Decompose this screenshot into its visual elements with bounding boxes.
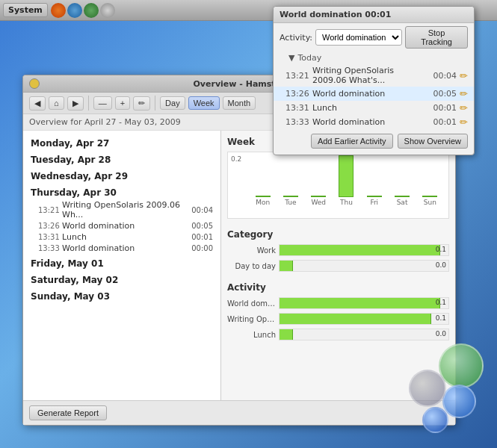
home-button[interactable]: ⌂ xyxy=(49,96,64,110)
add-button[interactable]: + xyxy=(115,96,130,110)
im-icon[interactable] xyxy=(84,3,99,18)
tracker-activity-row: Activity: World domination Stop Tracking xyxy=(274,23,474,52)
day-header: Tuesday, Apr 28 xyxy=(23,150,220,167)
hbar-track: 0.1 xyxy=(279,313,449,325)
edit-entry-icon[interactable]: ✏ xyxy=(460,116,468,128)
add-earlier-button[interactable]: Add Earlier Activity xyxy=(311,134,393,149)
hbar-val: 0.1 xyxy=(436,314,446,322)
week-bar-col: Tue xyxy=(278,155,303,206)
hbar-fill xyxy=(280,314,431,324)
hbar-val: 0.1 xyxy=(436,299,446,306)
week-chart-area: 0.2 Mon Tue Wed Thu Fri Sat Sun xyxy=(227,152,449,219)
edit-button[interactable]: ✏ xyxy=(133,96,150,111)
mail-icon[interactable] xyxy=(67,3,82,18)
activity-select[interactable]: World domination xyxy=(315,29,402,46)
week-day-label: Mon xyxy=(256,199,270,206)
day-header: Monday, Apr 27 xyxy=(23,134,220,150)
tracker-entry: 13:26 World domination 00:05 ✏ xyxy=(274,87,474,101)
home-icon: ⌂ xyxy=(54,99,59,108)
collapse-icon[interactable]: ▼ xyxy=(288,53,294,63)
day-view-button[interactable]: Day xyxy=(160,96,185,110)
entry-name: Lunch xyxy=(312,103,427,113)
today-header: ▼ Today xyxy=(274,52,474,64)
week-bar-col: Thu xyxy=(334,155,359,206)
generate-report-button[interactable]: Generate Report xyxy=(29,405,107,420)
hbar-fill xyxy=(280,245,440,255)
act-dur: 00:01 xyxy=(188,233,213,241)
hbar-row: Lunch 0.0 xyxy=(227,329,449,340)
week-y-label: 0.2 xyxy=(231,155,241,163)
act-dur: 00:00 xyxy=(188,244,213,252)
forward-button[interactable]: ▶ xyxy=(67,96,84,111)
bubble-green xyxy=(439,343,484,388)
week-view-button[interactable]: Week xyxy=(188,96,220,110)
category-chart: Category Work 0.1 Day to day 0.0 xyxy=(227,229,449,272)
edit-entry-icon[interactable]: ✏ xyxy=(460,102,468,113)
edit-icon: ✏ xyxy=(138,99,145,108)
edit-entry-icon[interactable]: ✏ xyxy=(460,88,468,99)
window-body: Monday, Apr 27Tuesday, Apr 28Wednesday, … xyxy=(23,131,455,400)
week-bar xyxy=(256,196,271,197)
week-bars: Mon Tue Wed Thu Fri Sat Sun xyxy=(250,155,442,206)
entry-time: 13:31 xyxy=(285,103,309,113)
week-bar-col: Sun xyxy=(418,155,442,206)
hbar-track: 0.0 xyxy=(279,329,449,340)
day-header: Wednesday, Apr 29 xyxy=(23,167,220,183)
hbar-label: Day to day xyxy=(227,262,276,270)
entry-time: 13:21 xyxy=(285,71,309,81)
back-button[interactable]: ◀ xyxy=(29,96,46,111)
week-day-label: Wed xyxy=(311,199,326,206)
act-dur: 00:05 xyxy=(188,222,213,230)
entry-duration: 00:01 xyxy=(430,117,457,127)
month-view-button[interactable]: Month xyxy=(223,96,256,110)
hbar-label: Work xyxy=(227,246,276,255)
left-panel-content: Monday, Apr 27Tuesday, Apr 28Wednesday, … xyxy=(23,134,220,303)
hbar-fill xyxy=(280,329,293,340)
hbar-track: 0.0 xyxy=(279,260,449,272)
remove-button[interactable]: — xyxy=(93,96,112,110)
entry-time: 13:26 xyxy=(285,89,309,99)
activity-row: 13:26 World domination 00:05 xyxy=(23,220,220,231)
week-bar-col: Mon xyxy=(250,155,275,206)
tracker-entry: 13:33 World domination 00:01 ✏ xyxy=(274,115,474,129)
left-panel: Monday, Apr 27Tuesday, Apr 28Wednesday, … xyxy=(23,131,221,400)
minimize-button[interactable] xyxy=(29,78,40,89)
hbar-track: 0.1 xyxy=(279,297,449,309)
entry-duration: 00:01 xyxy=(430,103,457,113)
system-menu[interactable]: System xyxy=(3,3,48,17)
activity-row: 13:21 Writing OpenSolaris 2009.06 Wh... … xyxy=(23,199,220,220)
tracker-popup: World domination 00:01 Activity: World d… xyxy=(273,6,475,155)
act-time: 13:26 xyxy=(38,222,62,230)
week-bar xyxy=(311,196,326,197)
entry-name: World domination xyxy=(312,117,427,127)
firefox-icon[interactable] xyxy=(51,3,66,18)
forward-icon: ▶ xyxy=(72,99,78,108)
hbar-fill xyxy=(280,298,440,308)
bubble-blue-1 xyxy=(442,385,476,418)
act-dur: 00:04 xyxy=(188,206,213,214)
entry-name: World domination xyxy=(312,89,427,99)
help-icon[interactable] xyxy=(100,3,115,18)
day-header: Thursday, Apr 30 xyxy=(23,183,220,199)
week-bar xyxy=(395,196,410,197)
edit-entry-icon[interactable]: ✏ xyxy=(460,70,468,81)
hbar-row: Writing Open... 0.1 xyxy=(227,313,449,325)
category-chart-title: Category xyxy=(227,229,449,240)
hbar-label: Writing Open... xyxy=(227,315,276,323)
act-name: World domination xyxy=(62,243,188,253)
hbar-track: 0.1 xyxy=(279,244,449,256)
week-bar xyxy=(283,196,298,197)
tracker-entry: 13:21 Writing OpenSolaris 2009.06 What's… xyxy=(274,64,474,87)
day-header: Friday, May 01 xyxy=(23,254,220,270)
tracker-footer: Add Earlier Activity Show Overview xyxy=(274,129,474,149)
show-overview-button[interactable]: Show Overview xyxy=(398,134,468,149)
right-panel: Week 0.2 Mon Tue Wed Thu Fri Sat Sun Cat… xyxy=(221,131,455,400)
bubble-gray xyxy=(409,370,446,407)
week-bar xyxy=(422,196,437,197)
activity-chart-title: Activity xyxy=(227,282,449,293)
hbar-val: 0.1 xyxy=(436,246,446,253)
stop-tracking-button[interactable]: Stop Tracking xyxy=(405,26,468,49)
window-title: Overview - Hamster xyxy=(194,79,285,89)
week-bar xyxy=(339,155,354,197)
hbar-fill xyxy=(280,261,293,271)
